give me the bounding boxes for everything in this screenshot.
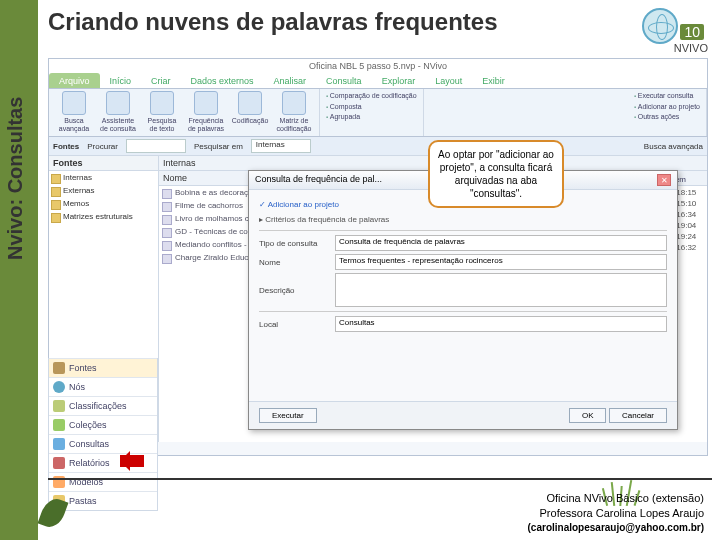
desc-field[interactable] xyxy=(335,273,667,307)
report-icon xyxy=(53,457,65,469)
slide-title: Criando nuvens de palavras frequentes xyxy=(48,8,497,36)
executar-button[interactable]: Executar xyxy=(259,408,317,423)
tab-inicio[interactable]: Início xyxy=(100,73,142,88)
fontes-header: Fontes xyxy=(49,156,158,171)
tab-criar[interactable]: Criar xyxy=(141,73,181,88)
nav-colecoes[interactable]: Coleções xyxy=(49,415,157,434)
nav-nos[interactable]: Nós xyxy=(49,377,157,396)
nvivo-logo: 10 NVIVO xyxy=(628,6,708,52)
wizard-icon xyxy=(106,91,130,115)
word-freq-icon xyxy=(194,91,218,115)
tab-layout[interactable]: Layout xyxy=(425,73,472,88)
query-icon xyxy=(53,438,65,450)
col-nome[interactable]: Nome xyxy=(163,173,187,183)
ok-button[interactable]: OK xyxy=(569,408,607,423)
tipo-field[interactable]: Consulta de frequência de palavras xyxy=(335,235,667,251)
ribbon-pesquisa-texto[interactable]: Pesquisa de texto xyxy=(143,91,181,132)
busca-avancada-link[interactable]: Busca avançada xyxy=(644,142,703,151)
fontes-item[interactable]: Memos xyxy=(49,197,158,210)
nav-consultas[interactable]: Consultas xyxy=(49,434,157,453)
leaf-icon xyxy=(38,495,69,531)
node-icon xyxy=(53,381,65,393)
dialog-title: Consulta de frequência de pal... xyxy=(255,174,382,186)
procurar-input[interactable] xyxy=(126,139,186,153)
close-button[interactable]: ✕ xyxy=(657,174,671,186)
pesquisar-select[interactable]: Internas xyxy=(251,139,311,153)
tab-dados-externos[interactable]: Dados externos xyxy=(181,73,264,88)
callout-bubble: Ao optar por "adicionar ao projeto", a c… xyxy=(428,140,564,208)
query-dialog: Consulta de frequência de pal... ✕ ✓ Adi… xyxy=(248,170,678,430)
search-icon xyxy=(62,91,86,115)
red-arrow-icon xyxy=(120,455,144,467)
matrix-icon xyxy=(282,91,306,115)
nome-field[interactable]: Termos frequentes - representação rocinc… xyxy=(335,254,667,270)
nav-fontes[interactable]: Fontes xyxy=(49,358,157,377)
secondary-toolbar: Fontes Procurar Pesquisar em Internas Bu… xyxy=(49,137,707,156)
footer-line1: Oficina NVivo Básico (extensão) xyxy=(528,491,704,506)
ribbon-group3[interactable]: Executar consultaAdicionar ao projetoOut… xyxy=(634,91,700,123)
pesquisar-label: Pesquisar em xyxy=(194,142,243,151)
ribbon: Busca avançada Assistente de consulta Pe… xyxy=(49,89,707,137)
logo-version: 10 xyxy=(680,24,704,40)
nome-label: Nome xyxy=(259,258,329,267)
tab-analisar[interactable]: Analisar xyxy=(264,73,317,88)
ribbon-frequencia[interactable]: Frequência de palavras xyxy=(187,91,225,132)
ribbon-codificacao[interactable]: Codificação xyxy=(231,91,269,125)
nav-pane: Fontes Nós Classificações Coleções Consu… xyxy=(48,358,158,511)
internas-header: Internas xyxy=(163,158,196,168)
nav-modelos[interactable]: Modelos xyxy=(49,472,157,491)
ribbon-busca-avancada[interactable]: Busca avançada xyxy=(55,91,93,132)
local-label: Local xyxy=(259,320,329,329)
sidebar-vertical-label: Nvivo: Consultas xyxy=(4,0,27,260)
tab-explorar[interactable]: Explorar xyxy=(372,73,426,88)
ribbon-matriz[interactable]: Matriz de codificação xyxy=(275,91,313,132)
cancelar-button[interactable]: Cancelar xyxy=(609,408,667,423)
footer-line2: Professora Carolina Lopes Araujo xyxy=(528,506,704,521)
tab-exibir[interactable]: Exibir xyxy=(472,73,515,88)
text-search-icon xyxy=(150,91,174,115)
procurar-label: Procurar xyxy=(87,142,118,151)
footer-email: (carolinalopesaraujo@yahoo.com.br) xyxy=(528,521,704,535)
nav-classificacoes[interactable]: Classificações xyxy=(49,396,157,415)
globe-icon xyxy=(642,8,678,44)
local-field[interactable]: Consultas xyxy=(335,316,667,332)
window-title: Oficina NBL 5 passo 5.nvp - NVivo xyxy=(49,59,707,73)
logo-brand: NVIVO xyxy=(674,42,708,54)
folder-icon xyxy=(53,362,65,374)
fontes-item[interactable]: Matrizes estruturais xyxy=(49,210,158,223)
ribbon-group2[interactable]: Comparação de codificaçãoCompostaAgrupad… xyxy=(326,91,417,123)
fontes-item[interactable]: Externas xyxy=(49,184,158,197)
desc-label: Descrição xyxy=(259,286,329,295)
ribbon-tabs: Arquivo Início Criar Dados externos Anal… xyxy=(49,73,707,89)
coding-icon xyxy=(238,91,262,115)
ribbon-assistente[interactable]: Assistente de consulta xyxy=(99,91,137,132)
tab-arquivo[interactable]: Arquivo xyxy=(49,73,100,88)
classification-icon xyxy=(53,400,65,412)
tipo-label: Tipo de consulta xyxy=(259,239,329,248)
fontes-label: Fontes xyxy=(53,142,79,151)
fontes-item[interactable]: Internas xyxy=(49,171,158,184)
collection-icon xyxy=(53,419,65,431)
slide-footer: Oficina NVivo Básico (extensão) Professo… xyxy=(528,491,704,534)
criteria-toggle[interactable]: ▸ Critérios da frequência de palavras xyxy=(259,215,667,224)
divider xyxy=(48,478,712,480)
tab-consulta[interactable]: Consulta xyxy=(316,73,372,88)
